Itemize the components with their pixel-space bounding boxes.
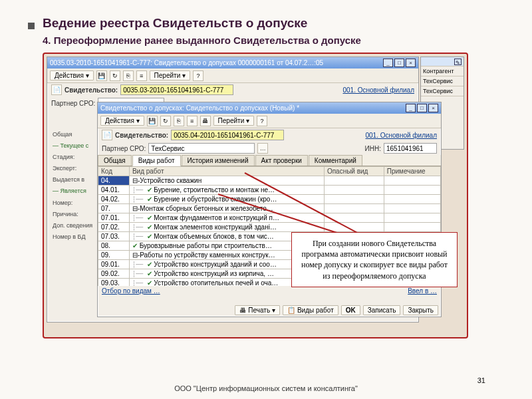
- side-tool-icon[interactable]: ✎: [454, 59, 462, 65]
- cert-field[interactable]: 0035.04-2010-1651041961-С-777: [171, 130, 284, 140]
- tab-1[interactable]: Виды работ: [132, 155, 181, 166]
- partner-field[interactable]: ТехСервис: [148, 143, 255, 154]
- footer-text: ООО "Центр информационных систем и конса…: [0, 384, 532, 392]
- title-text-front: Свидетельство о допусках: Свидетельство …: [100, 104, 299, 112]
- tab-0[interactable]: Общая: [98, 155, 132, 166]
- partner-label: Партнер СРО:: [102, 145, 146, 152]
- close-icon[interactable]: ×: [428, 104, 438, 112]
- min-icon[interactable]: _: [406, 104, 416, 112]
- max-icon[interactable]: □: [394, 59, 404, 67]
- close-icon[interactable]: ×: [406, 59, 416, 67]
- max-icon[interactable]: □: [417, 104, 427, 112]
- doc-icon: 📄: [51, 84, 62, 95]
- actions-button[interactable]: Действия ▾: [50, 70, 94, 80]
- tab-3[interactable]: Акт проверки: [255, 155, 308, 166]
- table-row[interactable]: 07.02.┆── ✔ Монтаж элементов конструкций…: [98, 223, 441, 232]
- screenshot-frame: 0035.03-2010-1651041961-С-777: Свидетель…: [43, 53, 468, 338]
- inn-label: ИНН:: [365, 145, 381, 152]
- cert-label: Свидетельство:: [65, 86, 118, 94]
- side-h1: Контрагент: [421, 66, 464, 76]
- tab-2[interactable]: История изменений: [182, 155, 255, 166]
- table-row[interactable]: 07.01.┆── ✔ Монтаж фундаментов и констру…: [98, 213, 441, 223]
- column-header[interactable]: Вид работ: [129, 167, 324, 176]
- subheading: 4. Переоформление ранее выданного Свидет…: [43, 35, 511, 46]
- ok-button[interactable]: OK: [341, 305, 360, 315]
- titlebar-front: Свидетельство о допусках: Свидетельство …: [98, 102, 441, 114]
- titlebar-back: 0035.03-2010-1651041961-С-777: Свидетель…: [47, 57, 418, 68]
- save-icon[interactable]: 💾: [96, 70, 107, 81]
- column-header[interactable]: Примечание: [384, 167, 440, 176]
- table-row[interactable]: 04.02.┆── ✔ Бурение и обустройство скваж…: [98, 195, 441, 204]
- works-button[interactable]: 📋 Виды работ: [283, 305, 338, 315]
- toolbar-front: Действия ▾ 💾 ↻ ⎘ ≡ 🖶 Перейти ▾ ?: [98, 114, 441, 128]
- list-icon[interactable]: ≡: [136, 70, 147, 81]
- tab-4[interactable]: Комментарий: [309, 155, 362, 166]
- goto-button[interactable]: Перейти ▾: [213, 116, 254, 126]
- copy-icon[interactable]: ⎘: [123, 70, 134, 81]
- min-icon[interactable]: _: [383, 59, 393, 67]
- help-icon[interactable]: ?: [193, 70, 203, 81]
- close-button[interactable]: Закрыть: [403, 305, 438, 315]
- actions-button[interactable]: Действия ▾: [100, 116, 144, 126]
- table-row[interactable]: 04.⊟-Устройство скважин: [98, 176, 441, 186]
- toolbar-back: Действия ▾ 💾 ↻ ⎘ ≡ Перейти ▾ ?: [47, 68, 418, 83]
- entered-link[interactable]: Ввел в …: [408, 287, 437, 295]
- refresh-icon[interactable]: ↻: [160, 116, 171, 126]
- save-icon[interactable]: 💾: [147, 116, 158, 126]
- tab-bar: ОбщаяВиды работИстория измененийАкт пров…: [98, 155, 441, 166]
- callout-box: При создании нового Свидетельства програ…: [291, 232, 458, 287]
- slide: Ведение реестра Свидетельств о допуске 4…: [0, 0, 532, 399]
- side-r2[interactable]: ТехСервис: [421, 86, 464, 96]
- doc-icon: 📄: [102, 130, 112, 140]
- filter-link[interactable]: Отбор по видам …: [102, 287, 160, 295]
- bullet-icon: [28, 23, 35, 29]
- help-icon[interactable]: ?: [257, 116, 267, 126]
- copy-icon[interactable]: ⎘: [174, 116, 184, 126]
- side-r1[interactable]: ТехСервис: [421, 76, 464, 86]
- list-icon[interactable]: ≡: [187, 116, 198, 126]
- cert-field[interactable]: 0035.03-2010-1651041961-С-777: [120, 84, 233, 95]
- partner-label: Партнер СРО:: [51, 100, 95, 107]
- column-header[interactable]: Код: [98, 167, 130, 176]
- print-icon[interactable]: 🖶: [200, 116, 211, 126]
- print-button[interactable]: 🖶 Печать ▾: [235, 305, 280, 315]
- branch-link[interactable]: 001. Основной филиал: [366, 132, 438, 139]
- refresh-icon[interactable]: ↻: [110, 70, 120, 81]
- save-button[interactable]: Записать: [363, 305, 401, 315]
- inn-field[interactable]: 1651041961: [384, 143, 437, 154]
- goto-button[interactable]: Перейти ▾: [150, 70, 190, 80]
- button-bar: 🖶 Печать ▾ 📋 Виды работ OK Записать Закр…: [235, 305, 438, 315]
- back-form-labels: Общая — Текущее с Стадия: Эксперт: Выдае…: [53, 129, 92, 243]
- column-header[interactable]: Опасный вид: [324, 167, 384, 176]
- page-number: 31: [477, 376, 485, 384]
- cert-label: Свидетельство:: [115, 132, 168, 139]
- lookup-icon[interactable]: …: [257, 143, 268, 154]
- heading: Ведение реестра Свидетельств о допуске: [43, 16, 511, 31]
- title-text: 0035.03-2010-1651041961-С-777: Свидетель…: [50, 59, 323, 66]
- branch-link[interactable]: 001. Основной филиал: [343, 86, 415, 94]
